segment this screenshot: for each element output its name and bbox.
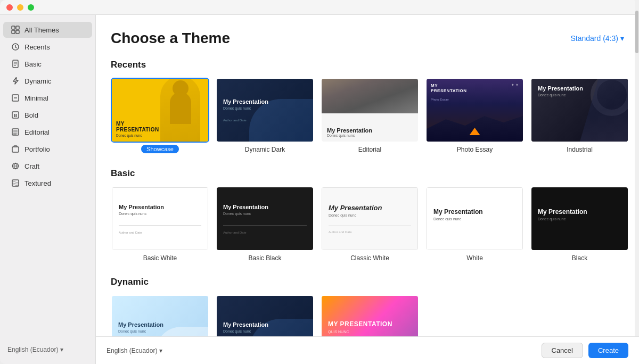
theme-photo-essay[interactable]: MYPRESENTATION ✦ ✦ Photo Essay Photo Ess… (425, 78, 524, 153)
sidebar-label-all-themes: All Themes (24, 26, 59, 34)
basic-grid: My Presentation Donec quis nunc Author a… (111, 186, 624, 262)
showcase-thumbnail: MYPRESENTATION Donec quis nunc (111, 78, 209, 143)
theme-basic-black[interactable]: My Presentation Donec quis nunc Author a… (216, 186, 314, 262)
main-content: Choose a Theme Standard (4:3) ▾ Recents (96, 15, 639, 364)
basic-white-thumbnail: My Presentation Donec quis nunc Author a… (111, 186, 209, 251)
editorial-thumbnail: My Presentation Donec quis nunc (321, 78, 419, 143)
sidebar-label-craft: Craft (24, 162, 39, 170)
svg-rect-1 (16, 26, 19, 29)
basic-black-thumbnail: My Presentation Donec quis nunc Author a… (216, 186, 314, 251)
sidebar-label-minimal: Minimal (24, 94, 48, 102)
create-button[interactable]: Create (588, 343, 628, 358)
basic-black-label: Basic Black (248, 254, 281, 262)
showcase-badge: Showcase (141, 145, 179, 153)
theme-industrial[interactable]: My Presentation Donec quis nunc Industri… (530, 78, 629, 153)
doc-icon (11, 59, 20, 69)
sidebar-item-minimal[interactable]: Minimal (3, 90, 92, 106)
sidebar-item-recents[interactable]: Recents (3, 39, 92, 55)
bottom-bar: English (Ecuador) ▾ Cancel Create (96, 336, 639, 364)
aspect-ratio-selector[interactable]: Standard (4:3) ▾ (571, 34, 625, 43)
svg-rect-2 (12, 30, 15, 34)
black-thumbnail: My Presentation Donec quis nunc (530, 186, 629, 251)
sidebar-item-textured[interactable]: Textured (3, 175, 92, 191)
theme-classic-white[interactable]: My Presentation Donec quis nunc Author a… (321, 186, 419, 262)
white-label: White (466, 254, 483, 262)
industrial-label: Industrial (567, 146, 593, 153)
sidebar-item-basic[interactable]: Basic (3, 56, 92, 72)
minimize-button[interactable] (17, 4, 23, 11)
craft-icon (11, 161, 20, 171)
sidebar-item-bold[interactable]: B Bold (3, 107, 92, 123)
theme-black[interactable]: My Presentation Donec quis nunc Black (530, 186, 629, 262)
svg-rect-14 (13, 130, 18, 132)
page-title: Choose a Theme (111, 30, 230, 47)
sidebar-item-portfolio[interactable]: Portfolio (3, 141, 92, 157)
industrial-thumbnail: My Presentation Donec quis nunc (530, 78, 629, 143)
texture-icon (11, 178, 20, 188)
recents-grid: MYPRESENTATION Donec quis nunc Showcase (111, 78, 624, 153)
language-label: English (Ecuador) (7, 346, 58, 353)
theme-editorial[interactable]: My Presentation Donec quis nunc Editoria… (321, 78, 419, 153)
sidebar-label-textured: Textured (24, 179, 51, 187)
sidebar-label-dynamic: Dynamic (24, 77, 52, 85)
white-thumbnail: My Presentation Donec quis nunc (425, 186, 524, 251)
bold-icon: B (11, 110, 20, 120)
bolt-icon (11, 76, 20, 86)
sidebar-item-dynamic[interactable]: Dynamic (3, 73, 92, 89)
sidebar-label-recents: Recents (24, 43, 50, 51)
button-group: Cancel Create (542, 343, 629, 358)
dynamic-dark-label: Dynamic Dark (245, 146, 285, 153)
language-footer[interactable]: English (Ecuador) ▾ (106, 347, 162, 354)
theme-showcase[interactable]: MYPRESENTATION Donec quis nunc Showcase (111, 78, 209, 153)
sidebar-label-bold: Bold (24, 111, 38, 119)
language-chevron: ▾ (60, 346, 63, 353)
titlebar (0, 0, 639, 15)
scrollbar[interactable] (635, 15, 639, 364)
svg-rect-3 (16, 30, 19, 34)
sidebar-label-basic: Basic (24, 60, 42, 68)
sidebar: All Themes Recents Basic (0, 15, 96, 364)
editorial-icon (11, 127, 20, 137)
language-selector[interactable]: English (Ecuador) ▾ (0, 342, 95, 358)
sidebar-label-portfolio: Portfolio (24, 145, 50, 153)
aspect-ratio-label: Standard (4:3) (571, 34, 619, 43)
cancel-button[interactable]: Cancel (542, 343, 583, 358)
minimal-icon (11, 93, 20, 103)
clock-icon (11, 42, 20, 52)
recents-section: Recents MYPRESENTATION Do (111, 60, 624, 153)
app-body: All Themes Recents Basic (0, 15, 639, 364)
recents-title: Recents (111, 60, 624, 70)
grid-icon (11, 25, 20, 35)
sidebar-item-editorial[interactable]: Editorial (3, 124, 92, 140)
aspect-ratio-chevron: ▾ (620, 34, 624, 43)
photo-essay-label: Photo Essay (457, 146, 493, 153)
svg-rect-17 (12, 147, 19, 152)
basic-section: Basic My Presentation Donec quis nunc Au… (111, 168, 624, 262)
language-footer-label: English (Ecuador) (106, 347, 157, 354)
dynamic-dark-thumbnail: My Presentation Donec quis nunc Author a… (216, 78, 314, 143)
photo-essay-thumbnail: MYPRESENTATION ✦ ✦ Photo Essay (425, 78, 524, 143)
black-label: Black (572, 254, 587, 262)
theme-dynamic-dark[interactable]: My Presentation Donec quis nunc Author a… (216, 78, 314, 153)
fullscreen-button[interactable] (28, 4, 34, 11)
main-header: Choose a Theme Standard (4:3) ▾ (111, 30, 624, 47)
svg-rect-0 (12, 26, 15, 29)
theme-basic-white[interactable]: My Presentation Donec quis nunc Author a… (111, 186, 209, 262)
classic-white-label: Classic White (350, 254, 389, 262)
sidebar-label-editorial: Editorial (24, 128, 50, 136)
editorial-label: Editorial (358, 146, 381, 153)
language-footer-chevron: ▾ (159, 347, 162, 354)
scrollbar-thumb[interactable] (635, 15, 638, 53)
portfolio-icon (11, 144, 20, 154)
basic-title: Basic (111, 168, 624, 179)
basic-white-label: Basic White (143, 254, 177, 262)
sidebar-item-craft[interactable]: Craft (3, 158, 92, 174)
classic-white-thumbnail: My Presentation Donec quis nunc Author a… (321, 186, 419, 251)
svg-text:B: B (14, 113, 18, 118)
theme-white[interactable]: My Presentation Donec quis nunc White (425, 186, 524, 262)
close-button[interactable] (6, 4, 13, 11)
sidebar-item-all-themes[interactable]: All Themes (3, 22, 92, 38)
dynamic-title: Dynamic (111, 277, 624, 287)
